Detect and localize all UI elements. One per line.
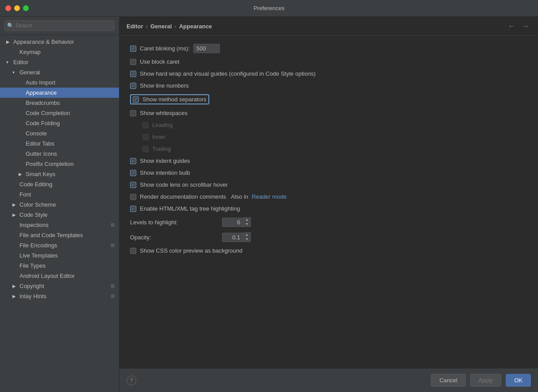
levels-spinner: ▲ ▼ bbox=[222, 217, 251, 227]
breadcrumb-part-general: General bbox=[150, 23, 172, 30]
sidebar-item-editor-tabs[interactable]: Editor Tabs bbox=[0, 138, 119, 149]
opacity-row: Opacity: ▲ ▼ bbox=[130, 232, 527, 242]
sidebar-item-label: Code Completion bbox=[26, 110, 70, 116]
enable-html-label: Enable HTML/XML tag tree highlighting bbox=[140, 205, 240, 212]
opacity-down-button[interactable]: ▼ bbox=[243, 237, 250, 242]
sidebar-item-label: Code Editing bbox=[19, 181, 52, 188]
badge-icon: ⊞ bbox=[111, 293, 115, 299]
show-hard-wrap-checkbox[interactable] bbox=[130, 71, 136, 77]
opacity-spinner: ▲ ▼ bbox=[222, 232, 251, 242]
render-docs-checkbox[interactable] bbox=[130, 194, 136, 200]
show-whitespaces-checkbox[interactable] bbox=[130, 110, 136, 116]
main-layout: 🔍 ▶ Appearance & Behavior Keymap ▾ Edito… bbox=[0, 17, 538, 392]
show-code-lens-checkbox[interactable] bbox=[130, 182, 136, 188]
help-button[interactable]: ? bbox=[127, 376, 136, 385]
breadcrumb-sep: › bbox=[146, 23, 148, 30]
caret-blinking-input[interactable] bbox=[193, 44, 220, 53]
sidebar: 🔍 ▶ Appearance & Behavior Keymap ▾ Edito… bbox=[0, 17, 119, 392]
sidebar-item-label: Code Folding bbox=[26, 120, 60, 127]
minimize-button[interactable] bbox=[14, 5, 20, 11]
sidebar-item-label: Editor bbox=[13, 59, 28, 65]
sidebar-item-keymap[interactable]: Keymap bbox=[0, 47, 119, 57]
sidebar-item-editor[interactable]: ▾ Editor bbox=[0, 57, 119, 67]
maximize-button[interactable] bbox=[23, 5, 29, 11]
sidebar-item-inlay-hints[interactable]: ▶ Inlay Hints ⊞ bbox=[0, 291, 119, 301]
show-css-checkbox[interactable] bbox=[130, 248, 136, 254]
sidebar-item-code-editing[interactable]: Code Editing bbox=[0, 179, 119, 189]
enable-html-row: Enable HTML/XML tag tree highlighting bbox=[130, 205, 527, 212]
sidebar-item-color-scheme[interactable]: ▶ Color Scheme bbox=[0, 200, 119, 210]
sidebar-item-android-layout-editor[interactable]: Android Layout Editor bbox=[0, 271, 119, 281]
sidebar-item-general[interactable]: ▾ General bbox=[0, 67, 119, 77]
opacity-up-button[interactable]: ▲ bbox=[243, 233, 250, 237]
sidebar-item-file-types[interactable]: File Types bbox=[0, 261, 119, 271]
show-hard-wrap-row: Show hard wrap and visual guides (config… bbox=[130, 70, 527, 77]
show-indent-guides-checkbox[interactable] bbox=[130, 158, 136, 164]
sidebar-item-label: Auto Import bbox=[26, 79, 55, 86]
sidebar-item-appearance[interactable]: Appearance bbox=[0, 88, 119, 98]
trailing-checkbox[interactable] bbox=[142, 146, 149, 152]
levels-row: Levels to highlight: ▲ ▼ bbox=[130, 217, 527, 227]
sidebar-item-file-encodings[interactable]: File Encodings ⊞ bbox=[0, 240, 119, 250]
sidebar-item-live-templates[interactable]: Live Templates bbox=[0, 250, 119, 261]
show-line-numbers-label: Show line numbers bbox=[140, 82, 189, 89]
show-css-label: Show CSS color preview as background bbox=[140, 247, 242, 254]
close-button[interactable] bbox=[5, 5, 11, 11]
expand-arrow: ▾ bbox=[12, 70, 18, 75]
show-method-separators-checkbox[interactable] bbox=[133, 96, 139, 103]
use-block-caret-label: Use block caret bbox=[140, 58, 180, 65]
breadcrumb-nav: ← → bbox=[506, 21, 531, 31]
badge-icon: ⊞ bbox=[111, 222, 115, 228]
sidebar-item-file-code-templates[interactable]: File and Code Templates bbox=[0, 230, 119, 240]
expand-arrow: ▶ bbox=[12, 294, 18, 299]
sidebar-item-label: Appearance bbox=[26, 89, 57, 96]
apply-button[interactable]: Apply bbox=[470, 374, 502, 387]
caret-blinking-checkbox[interactable] bbox=[130, 46, 136, 52]
render-docs-label: Render documentation comments bbox=[140, 193, 226, 200]
show-line-numbers-row: Show line numbers bbox=[130, 82, 527, 89]
show-code-lens-label: Show code lens on scrollbar hover bbox=[140, 181, 228, 188]
sidebar-item-label: File Encodings bbox=[19, 242, 57, 249]
reader-mode-link[interactable]: Reader mode bbox=[252, 193, 287, 200]
sidebar-item-postfix-completion[interactable]: Postfix Completion bbox=[0, 159, 119, 169]
opacity-input[interactable] bbox=[222, 233, 243, 242]
use-block-caret-checkbox[interactable] bbox=[130, 59, 136, 65]
enable-html-checkbox[interactable] bbox=[130, 206, 136, 212]
leading-row: Leading bbox=[130, 122, 527, 128]
caret-blinking-row: Caret blinking (ms): bbox=[130, 44, 527, 53]
expand-arrow: ▾ bbox=[6, 60, 12, 65]
show-intention-bulb-row: Show intention bulb bbox=[130, 169, 527, 176]
levels-up-button[interactable]: ▲ bbox=[243, 218, 250, 222]
show-intention-bulb-checkbox[interactable] bbox=[130, 170, 136, 176]
traffic-lights bbox=[5, 5, 29, 11]
cancel-button[interactable]: Cancel bbox=[431, 374, 465, 387]
sidebar-item-copyright[interactable]: ▶ Copyright ⊞ bbox=[0, 281, 119, 291]
show-line-numbers-checkbox[interactable] bbox=[130, 83, 136, 89]
sidebar-item-console[interactable]: Console bbox=[0, 128, 119, 138]
sidebar-item-auto-import[interactable]: Auto Import bbox=[0, 77, 119, 88]
back-button[interactable]: ← bbox=[506, 21, 517, 31]
ok-button[interactable]: OK bbox=[506, 374, 531, 387]
sidebar-item-label: Breadcrumbs bbox=[26, 100, 60, 106]
sidebar-item-gutter-icons[interactable]: Gutter Icons bbox=[0, 149, 119, 159]
sidebar-item-code-folding[interactable]: Code Folding bbox=[0, 118, 119, 128]
footer-right: Cancel Apply OK bbox=[431, 374, 531, 387]
breadcrumb-part-appearance: Appearance bbox=[179, 23, 212, 30]
forward-button[interactable]: → bbox=[520, 21, 531, 31]
levels-down-button[interactable]: ▼ bbox=[243, 222, 250, 227]
sidebar-item-smart-keys[interactable]: ▶ Smart Keys bbox=[0, 169, 119, 179]
expand-arrow: ▶ bbox=[12, 212, 18, 217]
inner-checkbox[interactable] bbox=[142, 134, 149, 140]
sidebar-item-appearance-behavior[interactable]: ▶ Appearance & Behavior bbox=[0, 37, 119, 47]
sidebar-item-font[interactable]: Font bbox=[0, 189, 119, 200]
badge-icon: ⊞ bbox=[111, 283, 115, 289]
search-input[interactable] bbox=[4, 20, 115, 31]
levels-input[interactable] bbox=[222, 218, 243, 227]
sidebar-item-breadcrumbs[interactable]: Breadcrumbs bbox=[0, 98, 119, 108]
sidebar-item-inspections[interactable]: Inspections ⊞ bbox=[0, 220, 119, 230]
use-block-caret-row: Use block caret bbox=[130, 58, 527, 65]
leading-checkbox[interactable] bbox=[142, 122, 149, 128]
sidebar-item-code-completion[interactable]: Code Completion bbox=[0, 108, 119, 118]
show-whitespaces-row: Show whitespaces bbox=[130, 110, 527, 116]
sidebar-item-code-style[interactable]: ▶ Code Style bbox=[0, 210, 119, 220]
